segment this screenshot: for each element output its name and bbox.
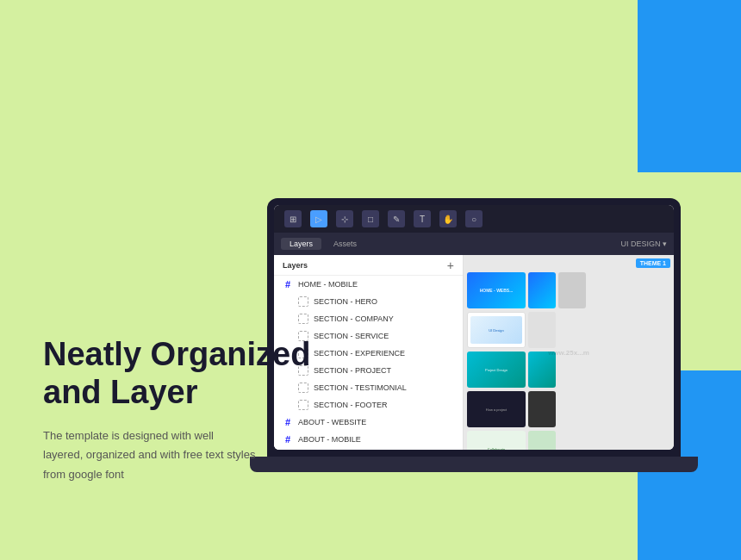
card-teal-small — [528, 352, 556, 388]
card-green-small — [528, 431, 556, 450]
layer-name: SECTION - COMPANY — [314, 314, 394, 323]
tab-ui-design[interactable]: UI DESIGN ▾ — [620, 240, 667, 248]
card-home-web: HOME - WEBS... — [467, 272, 526, 308]
description-text: The template is designed with well layer… — [43, 426, 310, 483]
card-feature: UI Design — [467, 312, 526, 348]
card-light-green: Collaborate — [467, 431, 526, 450]
align-icon[interactable]: ⊹ — [336, 210, 353, 227]
layer-name: SECTION - FOOTER — [314, 401, 388, 409]
layers-header: Layers + — [274, 255, 463, 276]
main-area: Layers + # HOME - MOBILE SECTION - HERO — [274, 255, 674, 450]
left-content-panel: Neatly Organized and Layer The template … — [43, 336, 310, 484]
layers-add-button[interactable]: + — [447, 258, 454, 272]
canvas-cards: HOME - WEBS... UI Design — [464, 255, 674, 450]
cards-row-3: Project Design — [467, 352, 670, 388]
layer-name: SECTION - EXPERIENCE — [314, 349, 405, 358]
theme-label: THEME 1 — [636, 258, 670, 268]
layer-section-hero[interactable]: SECTION - HERO — [274, 293, 463, 310]
tab-layers[interactable]: Layers — [281, 238, 321, 250]
layer-home-mobile[interactable]: # HOME - MOBILE — [274, 276, 463, 293]
canvas-area: THEME 1 HOME - WEBS... — [464, 255, 674, 450]
app-ui: ⊞ ▷ ⊹ □ ✎ T ✋ ○ Layers Assets UI DESIGN … — [274, 205, 674, 450]
text-icon[interactable]: T — [414, 210, 431, 227]
pen-icon[interactable]: ✎ — [388, 210, 405, 227]
card-dark-small — [528, 391, 556, 427]
layers-title: Layers — [283, 261, 308, 270]
grid-icon[interactable]: ⊞ — [284, 210, 302, 227]
rect-icon[interactable]: □ — [362, 210, 379, 227]
layer-name: SECTION - PROJECT — [314, 366, 391, 375]
tabs-row: Layers Assets UI DESIGN ▾ — [274, 233, 674, 255]
hash-icon: # — [283, 279, 293, 289]
layer-section-company[interactable]: SECTION - COMPANY — [274, 310, 463, 327]
card-home-mobile-thumb — [528, 272, 556, 308]
card-teal: Project Design — [467, 352, 526, 388]
dashed-icon — [298, 296, 308, 307]
card-about-thumb — [558, 272, 586, 308]
laptop: ⊞ ▷ ⊹ □ ✎ T ✋ ○ Layers Assets UI DESIGN … — [241, 198, 707, 491]
card-small-1 — [528, 312, 556, 348]
tab-assets[interactable]: Assets — [325, 238, 365, 250]
laptop-screen-outer: ⊞ ▷ ⊹ □ ✎ T ✋ ○ Layers Assets UI DESIGN … — [267, 198, 681, 457]
cards-row-4: How a project — [467, 391, 670, 427]
layer-name: SECTION - SERVICE — [314, 332, 389, 340]
dashed-icon — [298, 314, 308, 324]
device-mockup: ⊞ ▷ ⊹ □ ✎ T ✋ ○ Layers Assets UI DESIGN … — [241, 43, 715, 491]
cards-row-1: HOME - WEBS... — [467, 272, 670, 308]
comment-icon[interactable]: ○ — [465, 210, 483, 227]
layer-name: HOME - MOBILE — [298, 280, 358, 289]
layer-name: SECTION - HERO — [314, 297, 377, 306]
cards-row-5: Collaborate — [467, 431, 670, 450]
cursor-icon[interactable]: ▷ — [310, 210, 327, 227]
laptop-screen-inner: ⊞ ▷ ⊹ □ ✎ T ✋ ○ Layers Assets UI DESIGN … — [274, 205, 674, 450]
app-toolbar: ⊞ ▷ ⊹ □ ✎ T ✋ ○ — [274, 205, 674, 233]
cards-row-2: UI Design — [467, 312, 670, 348]
layer-name: SECTION - TESTIMONIAL — [314, 383, 407, 392]
main-heading: Neatly Organized and Layer — [43, 336, 310, 411]
laptop-base — [250, 457, 698, 472]
card-dark: How a project — [467, 391, 526, 427]
hand-icon[interactable]: ✋ — [439, 210, 457, 227]
